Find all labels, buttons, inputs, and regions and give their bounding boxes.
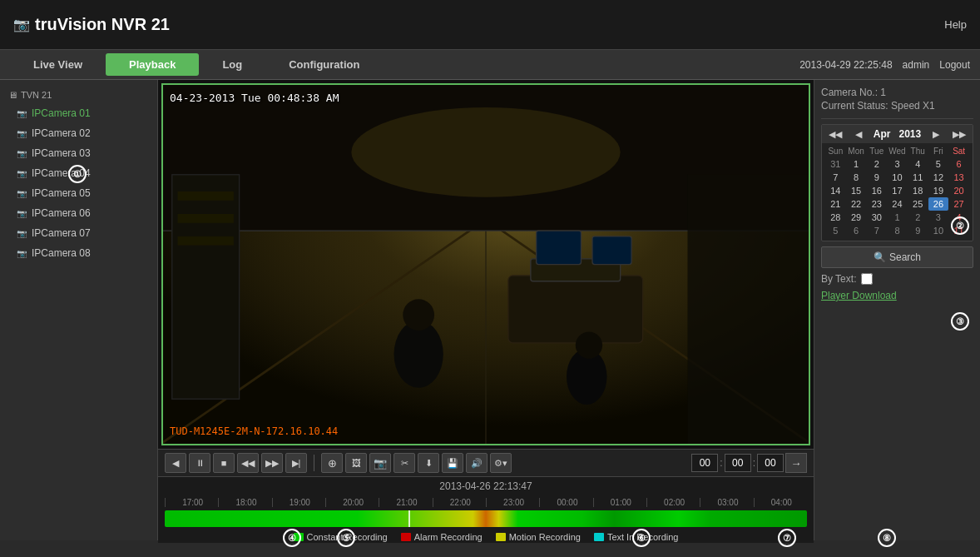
tick-19: 19:00: [272, 498, 325, 507]
cal-day-8[interactable]: 8: [846, 171, 867, 184]
cal-day-n4[interactable]: 4: [948, 211, 969, 224]
svg-rect-17: [178, 191, 234, 201]
cal-day-6[interactable]: 6: [948, 157, 969, 171]
cal-day-1[interactable]: 1: [846, 157, 867, 171]
nav-right: 2013-04-29 22:25:48 admin Logout: [799, 59, 970, 71]
cal-day-30[interactable]: 30: [866, 211, 887, 224]
sidebar-item-camera6[interactable]: 📷 IPCamera 06: [0, 203, 157, 223]
cal-day-n10[interactable]: 10: [928, 224, 949, 237]
settings-button[interactable]: ⚙▾: [490, 453, 512, 473]
svg-rect-18: [178, 214, 234, 223]
cal-day-n7[interactable]: 7: [866, 224, 887, 237]
cal-day-n11[interactable]: 11: [948, 224, 969, 237]
time-minute-input[interactable]: [725, 454, 751, 472]
by-text-row: By Text:: [821, 273, 973, 285]
sidebar-item-camera3[interactable]: 📷 IPCamera 03: [0, 143, 157, 163]
sidebar-item-camera7[interactable]: 📷 IPCamera 07: [0, 223, 157, 243]
nav-log[interactable]: Log: [199, 53, 265, 76]
camera-icon: 📷: [17, 189, 27, 198]
cal-day-n2[interactable]: 2: [908, 211, 928, 224]
snapshot-button[interactable]: 🖼: [345, 453, 367, 473]
sidebar-item-camera8[interactable]: 📷 IPCamera 08: [0, 243, 157, 263]
cal-day-18[interactable]: 18: [908, 184, 928, 197]
cal-day-10[interactable]: 10: [887, 171, 908, 184]
cal-next-next[interactable]: ▶▶: [951, 129, 968, 140]
cal-day-n3[interactable]: 3: [928, 211, 949, 224]
cal-day-n5[interactable]: 5: [825, 224, 846, 237]
cal-next[interactable]: ▶: [931, 129, 941, 140]
cal-day-12[interactable]: 12: [928, 171, 949, 184]
cal-day-21[interactable]: 21: [825, 197, 846, 211]
timeline-scrubber[interactable]: [165, 510, 807, 527]
player-download-link[interactable]: Player Download: [821, 290, 973, 301]
legend-text-dot: [594, 533, 604, 541]
sidebar-item-camera5[interactable]: 📷 IPCamera 05: [0, 183, 157, 203]
cal-day-29[interactable]: 29: [846, 211, 867, 224]
sidebar-item-camera4[interactable]: 📷 IPCamera 04: [0, 163, 157, 183]
backup-button[interactable]: 💾: [442, 453, 463, 473]
cal-day-14[interactable]: 14: [825, 184, 846, 197]
cal-day-3[interactable]: 3: [887, 157, 908, 171]
time-hour-input[interactable]: [691, 454, 718, 472]
cal-day-n8[interactable]: 8: [887, 224, 908, 237]
cal-day-4[interactable]: 4: [908, 157, 928, 171]
main-content: 🖥 TVN 21 📷 IPCamera 01 📷 IPCamera 02 📷 I…: [0, 80, 980, 540]
cal-day-20[interactable]: 20: [948, 184, 969, 197]
legend-text: Text In Recording: [594, 532, 679, 542]
camera-icon: 📷: [17, 149, 27, 158]
cal-day-28[interactable]: 28: [825, 211, 846, 224]
sidebar-item-camera1[interactable]: 📷 IPCamera 01: [0, 103, 157, 123]
tick-23: 23:00: [486, 498, 539, 507]
cal-day-22[interactable]: 22: [846, 197, 867, 211]
nav-datetime: 2013-04-29 22:25:48: [799, 59, 892, 71]
tick-22: 22:00: [433, 498, 486, 507]
cal-prev[interactable]: ◀: [854, 129, 864, 140]
camera-snap-button[interactable]: 📷: [369, 453, 391, 473]
nav-playback[interactable]: Playback: [106, 53, 199, 76]
help-button[interactable]: Help: [944, 18, 967, 31]
cal-day-n6[interactable]: 6: [846, 224, 867, 237]
nav-live-view[interactable]: Live View: [10, 53, 106, 76]
download-button[interactable]: ⬇: [418, 453, 439, 473]
rewind-button[interactable]: ◀◀: [237, 453, 259, 473]
goto-time-button[interactable]: →: [785, 453, 807, 473]
pause-button[interactable]: ⏸: [189, 453, 210, 473]
cal-day-27[interactable]: 27: [948, 197, 969, 211]
cal-day-9[interactable]: 9: [866, 171, 887, 184]
cal-day-16[interactable]: 16: [866, 184, 887, 197]
next-frame-button[interactable]: ▶|: [285, 453, 307, 473]
cal-day-17[interactable]: 17: [887, 184, 908, 197]
cal-day-26-active[interactable]: 26: [928, 197, 949, 211]
tick-18: 18:00: [218, 498, 271, 507]
cal-day-23[interactable]: 23: [866, 197, 887, 211]
search-icon: 🔍: [874, 251, 886, 263]
time-second-input[interactable]: [757, 454, 784, 472]
sidebar-item-camera2[interactable]: 📷 IPCamera 02: [0, 123, 157, 143]
logout-button[interactable]: Logout: [939, 59, 970, 71]
cal-day-15[interactable]: 15: [846, 184, 867, 197]
svg-point-15: [576, 331, 602, 358]
cal-prev-prev[interactable]: ◀◀: [827, 129, 844, 140]
cal-day-2[interactable]: 2: [866, 157, 887, 171]
cal-day-24[interactable]: 24: [887, 197, 908, 211]
time-sep-1: :: [720, 457, 722, 469]
audio-button[interactable]: 🔊: [466, 453, 488, 473]
stop-button[interactable]: ■: [213, 453, 235, 473]
legend-text-label: Text In Recording: [607, 532, 679, 542]
cal-day-7[interactable]: 7: [825, 171, 846, 184]
cal-day-11[interactable]: 11: [908, 171, 928, 184]
clip-button[interactable]: ✂: [393, 453, 415, 473]
by-text-checkbox[interactable]: [861, 273, 873, 285]
cal-day-5[interactable]: 5: [928, 157, 949, 171]
prev-button[interactable]: ◀: [165, 453, 186, 473]
fast-forward-button[interactable]: ▶▶: [261, 453, 283, 473]
zoom-button[interactable]: ⊕: [321, 453, 343, 473]
cal-day-n1[interactable]: 1: [887, 211, 908, 224]
cal-day-n9[interactable]: 9: [908, 224, 928, 237]
cal-day-13[interactable]: 13: [948, 171, 969, 184]
search-button[interactable]: 🔍 Search: [821, 246, 973, 268]
cal-day-19[interactable]: 19: [928, 184, 949, 197]
cal-day-31[interactable]: 31: [825, 157, 846, 171]
nav-configuration[interactable]: Configuration: [265, 53, 383, 76]
cal-day-25[interactable]: 25: [908, 197, 928, 211]
